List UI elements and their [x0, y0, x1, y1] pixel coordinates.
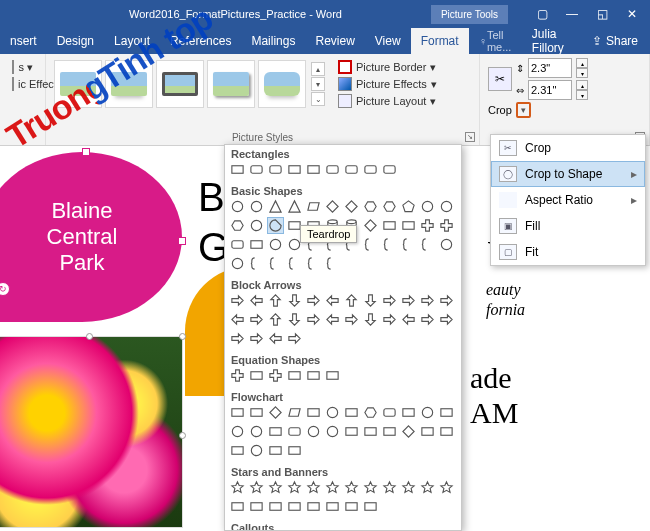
shape-item[interactable]: [305, 498, 322, 515]
shape-item[interactable]: [381, 423, 398, 440]
shape-item[interactable]: [286, 404, 303, 421]
shape-item[interactable]: [381, 404, 398, 421]
shape-item[interactable]: [324, 404, 341, 421]
shape-item[interactable]: [400, 292, 417, 309]
crop-menu-fill[interactable]: ▣Fill: [491, 213, 645, 239]
resize-handle[interactable]: [179, 333, 186, 340]
shape-item[interactable]: [267, 442, 284, 459]
width-field[interactable]: [528, 80, 572, 100]
shape-item[interactable]: [267, 404, 284, 421]
width-up[interactable]: ▴: [576, 80, 588, 90]
picture-style-5[interactable]: [258, 60, 306, 108]
shape-item[interactable]: [362, 236, 379, 253]
shape-item[interactable]: [286, 255, 303, 272]
height-field[interactable]: [528, 58, 572, 78]
shape-item[interactable]: [305, 292, 322, 309]
shape-item[interactable]: [343, 479, 360, 496]
shape-item[interactable]: [305, 479, 322, 496]
shape-item[interactable]: [324, 292, 341, 309]
shape-item[interactable]: [267, 367, 284, 384]
shape-item[interactable]: [229, 198, 246, 215]
crop-label[interactable]: Crop: [488, 104, 512, 116]
restore-icon[interactable]: ◱: [588, 4, 616, 24]
crop-icon[interactable]: ✂: [488, 67, 512, 91]
shape-item[interactable]: [400, 479, 417, 496]
resize-handle[interactable]: [86, 333, 93, 340]
resize-handle[interactable]: [82, 148, 90, 156]
shape-item[interactable]: [229, 255, 246, 272]
shape-item[interactable]: [248, 442, 265, 459]
shape-item[interactable]: [381, 311, 398, 328]
shape-item[interactable]: [438, 479, 455, 496]
shape-item[interactable]: [286, 198, 303, 215]
shape-item[interactable]: [248, 311, 265, 328]
shape-item[interactable]: [229, 311, 246, 328]
shape-item[interactable]: [267, 236, 284, 253]
account-name[interactable]: Julia Fillory: [522, 28, 580, 54]
crop-menu-crop[interactable]: ✂Crop: [491, 135, 645, 161]
picture-layout-button[interactable]: Picture Layout ▾: [338, 94, 437, 108]
shape-item[interactable]: [286, 161, 303, 178]
picture-effects-button[interactable]: Picture Effects ▾: [338, 77, 437, 91]
minimize-icon[interactable]: —: [558, 4, 586, 24]
shape-item[interactable]: [267, 255, 284, 272]
shape-item[interactable]: [267, 161, 284, 178]
crop-dropdown[interactable]: ▾: [516, 102, 531, 118]
shape-item[interactable]: [343, 198, 360, 215]
shape-item[interactable]: [248, 292, 265, 309]
shape-item[interactable]: [343, 292, 360, 309]
tell-me[interactable]: ♀ Tell me...: [469, 28, 522, 54]
shape-item[interactable]: [362, 292, 379, 309]
tab-review[interactable]: Review: [305, 28, 364, 54]
shape-item[interactable]: [286, 367, 303, 384]
flower-image[interactable]: [0, 336, 183, 528]
shape-item[interactable]: [419, 311, 436, 328]
picture-border-button[interactable]: Picture Border ▾: [338, 60, 437, 74]
shape-item[interactable]: [229, 236, 246, 253]
shape-item[interactable]: [286, 311, 303, 328]
picture-style-4[interactable]: [207, 60, 255, 108]
shape-item[interactable]: [419, 236, 436, 253]
tab-format[interactable]: Format: [411, 28, 469, 54]
shape-item[interactable]: [305, 367, 322, 384]
resize-handle[interactable]: [179, 432, 186, 439]
shape-item[interactable]: [381, 198, 398, 215]
gallery-expand[interactable]: ⌄: [311, 92, 325, 106]
shape-item[interactable]: [362, 217, 379, 234]
shape-item[interactable]: [438, 198, 455, 215]
shape-item[interactable]: [381, 217, 398, 234]
shape-item[interactable]: [324, 255, 341, 272]
shape-item[interactable]: [343, 161, 360, 178]
shape-item[interactable]: [400, 404, 417, 421]
shape-item[interactable]: [286, 442, 303, 459]
shape-item[interactable]: [248, 404, 265, 421]
shape-item[interactable]: [305, 198, 322, 215]
shape-item[interactable]: [248, 198, 265, 215]
shape-item[interactable]: [324, 367, 341, 384]
gallery-row-up[interactable]: ▴: [311, 62, 325, 76]
shape-item[interactable]: [248, 236, 265, 253]
gallery-row-down[interactable]: ▾: [311, 77, 325, 91]
shape-item[interactable]: [362, 404, 379, 421]
shape-item[interactable]: [248, 330, 265, 347]
shape-item[interactable]: [438, 217, 455, 234]
shape-item[interactable]: [362, 479, 379, 496]
picture-style-3[interactable]: [156, 60, 204, 108]
shape-item[interactable]: [400, 217, 417, 234]
shape-item[interactable]: [229, 479, 246, 496]
shape-item[interactable]: [438, 311, 455, 328]
shape-item[interactable]: [343, 311, 360, 328]
shape-item[interactable]: [286, 423, 303, 440]
crop-menu-aspect[interactable]: Aspect Ratio▸: [491, 187, 645, 213]
shape-item[interactable]: [267, 217, 284, 234]
shape-item[interactable]: [305, 423, 322, 440]
shape-item[interactable]: [438, 404, 455, 421]
height-up[interactable]: ▴: [576, 58, 588, 68]
shape-item[interactable]: [438, 423, 455, 440]
shape-item[interactable]: [286, 498, 303, 515]
shape-item[interactable]: [267, 498, 284, 515]
tab-design[interactable]: Design: [47, 28, 104, 54]
shape-item[interactable]: [286, 330, 303, 347]
shape-item[interactable]: [267, 423, 284, 440]
shape-item[interactable]: [400, 198, 417, 215]
